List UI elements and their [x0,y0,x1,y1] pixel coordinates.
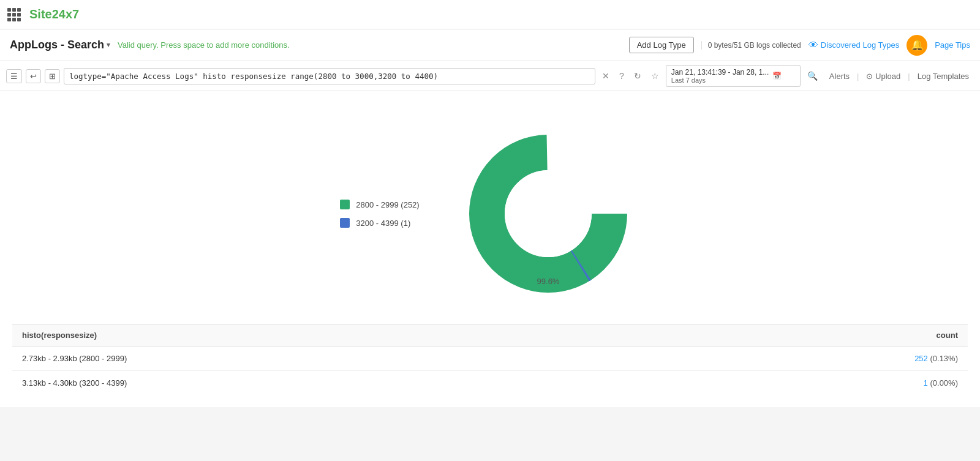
discovered-log-types-label: Discovered Log Types [821,40,899,50]
bell-icon: 🔔 [911,39,924,51]
list-view-button[interactable]: ☰ [6,69,22,83]
chart-area: 2800 - 2999 (252) 3200 - 4399 (1) [12,103,968,318]
donut-chart: 99.6% [456,122,640,305]
row-1-count-pct: (0.13%) [930,354,958,363]
query-bar: ☰ ↩ ⊞ ✕ ? ↻ ☆ Jan 21, 13:41:39 - Jan 28,… [0,61,980,91]
page-tips-link[interactable]: Page Tips [935,40,970,50]
last-period-label: Last 7 days [671,77,769,84]
page-title: AppLogs - Search ▾ [10,39,110,51]
donut-svg: 99.6% [456,122,640,305]
col-header-range: histo(responsesize) [22,331,97,340]
logo-text-dark: 24x7 [52,7,80,21]
valid-query-msg: Valid query. Press space to add more con… [118,40,290,50]
upload-button[interactable]: ⊙ Upload [861,70,905,83]
alerts-button[interactable]: Alerts [824,70,854,83]
discovered-log-types-link[interactable]: 👁 Discovered Log Types [809,40,899,51]
datetime-picker[interactable]: Jan 21, 13:41:39 - Jan 28, 1... Last 7 d… [666,65,801,87]
clear-query-button[interactable]: ✕ [599,70,612,82]
notification-bell-button[interactable]: 🔔 [907,35,927,56]
logs-collected-label: 0 bytes/51 GB logs collected [708,41,801,50]
eye-icon: 👁 [809,40,818,51]
legend-color-2 [340,218,350,228]
col-header-count: count [937,331,958,340]
main-content: 2800 - 2999 (252) 3200 - 4399 (1) [0,91,980,407]
table-view-button[interactable]: ⊞ [45,69,60,83]
row-2-range: 3.13kb - 4.30kb (3200 - 4399) [22,378,127,388]
right-actions-bar: Alerts | ⊙ Upload | Log Templates [824,70,974,83]
log-templates-button[interactable]: Log Templates [913,70,974,83]
table-header-row: histo(responsesize) count [12,324,968,347]
legend-label-1: 2800 - 2999 (252) [356,200,419,209]
undo-button[interactable]: ↩ [26,69,41,83]
page-title-text: AppLogs - Search [10,39,104,51]
row-1-range: 2.73kb - 2.93kb (2800 - 2999) [22,354,127,363]
donut-center [505,170,592,257]
site-logo: Site24x7 [29,7,79,21]
donut-pct-label: 99.6% [537,277,559,286]
header-row: AppLogs - Search ▾ Valid query. Press sp… [0,29,980,61]
add-log-type-button[interactable]: Add Log Type [629,37,694,53]
row-1-count-link[interactable]: 252 [914,354,928,363]
legend-color-1 [340,200,350,209]
upload-icon: ⊙ [866,72,873,81]
top-navbar: Site24x7 [0,0,980,29]
row-1-count: 252 (0.13%) [914,354,958,363]
logs-collected-text: 0 bytes/51 GB logs collected [701,41,801,50]
results-table: histo(responsesize) count 2.73kb - 2.93k… [12,324,968,395]
row-2-count-pct: (0.00%) [930,378,958,388]
query-help-button[interactable]: ? [616,70,627,82]
legend-item-1: 2800 - 2999 (252) [340,200,419,209]
chart-legend: 2800 - 2999 (252) 3200 - 4399 (1) [340,200,419,228]
logo-text-green: Site [29,7,52,21]
calendar-icon: 📅 [772,72,782,80]
title-dropdown-arrow[interactable]: ▾ [107,41,110,49]
row-2-count-link[interactable]: 1 [924,378,928,388]
table-row: 2.73kb - 2.93kb (2800 - 2999) 252 (0.13%… [12,347,968,371]
grid-menu-icon[interactable] [7,8,21,21]
legend-label-2: 3200 - 4399 (1) [356,219,410,228]
favorite-button[interactable]: ☆ [648,70,662,82]
table-row: 3.13kb - 4.30kb (3200 - 4399) 1 (0.00%) [12,371,968,395]
legend-item-2: 3200 - 4399 (1) [340,218,419,228]
search-button[interactable]: 🔍 [804,70,821,82]
datetime-range-text: Jan 21, 13:41:39 - Jan 28, 1... [671,68,769,77]
refresh-button[interactable]: ↻ [631,70,644,82]
row-2-count: 1 (0.00%) [924,378,958,388]
query-input[interactable] [64,68,595,84]
